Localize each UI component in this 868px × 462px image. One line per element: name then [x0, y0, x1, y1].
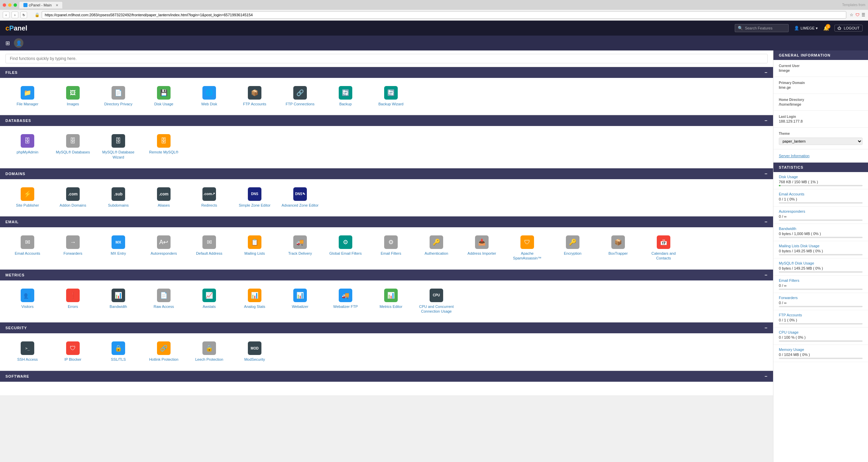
- close-dot[interactable]: [3, 3, 6, 7]
- main-search-input[interactable]: [5, 54, 768, 63]
- app-simple-zone[interactable]: DNS Simple Zone Editor: [233, 185, 277, 210]
- refresh-button[interactable]: ↻: [20, 12, 27, 18]
- minimize-dot[interactable]: [8, 3, 12, 7]
- tab-close[interactable]: ✕: [56, 3, 58, 7]
- app-backup[interactable]: 🔄 Backup: [323, 83, 368, 109]
- app-disk-usage[interactable]: 💾 Disk Usage: [142, 83, 186, 109]
- app-mailing-lists[interactable]: 📋 Mailing Lists: [233, 233, 277, 264]
- stat-label[interactable]: Mailing Lists Disk Usage: [779, 244, 863, 248]
- app-address-importer[interactable]: 📥 Address Importer: [460, 233, 504, 264]
- home-directory-label: Home Directory: [779, 98, 863, 102]
- app-mx-entry[interactable]: MX MX Entry: [96, 233, 140, 264]
- section-files-header[interactable]: FILES −: [0, 67, 773, 78]
- address-bar[interactable]: [42, 11, 846, 19]
- user-avatar[interactable]: 👤: [14, 38, 23, 48]
- section-software: SOFTWARE −: [0, 371, 773, 395]
- app-authentication[interactable]: 🔑 Authentication: [414, 233, 458, 264]
- maximize-dot[interactable]: [14, 3, 17, 7]
- stat-label[interactable]: Email Filters: [779, 278, 863, 282]
- app-redirects[interactable]: .com↗ Redirects: [187, 185, 231, 210]
- apps-icon[interactable]: ⊞: [5, 40, 10, 46]
- stat-label[interactable]: Autoresponders: [779, 209, 863, 213]
- app-leech-protection[interactable]: 🔒 Leech Protection: [187, 339, 231, 364]
- app-images[interactable]: 🖼 Images: [51, 83, 95, 109]
- stat-label[interactable]: CPU Usage: [779, 330, 863, 334]
- app-encryption[interactable]: 🔑 Encryption: [551, 233, 595, 264]
- app-site-publisher[interactable]: ⚡ Site Publisher: [5, 185, 50, 210]
- cpanel-logo[interactable]: cPanel: [5, 24, 27, 32]
- app-subdomains[interactable]: .sub Subdomains: [96, 185, 140, 210]
- section-security-header[interactable]: SECURITY −: [0, 322, 773, 333]
- theme-select[interactable]: paper_lantern: [779, 138, 863, 145]
- notif-badge: 1: [826, 24, 830, 29]
- star-icon[interactable]: ☆: [850, 13, 853, 17]
- stat-label[interactable]: FTP Accounts: [779, 313, 863, 317]
- app-forwarders[interactable]: → Forwarders: [51, 233, 95, 264]
- app-ftp-accounts[interactable]: 📦 FTP Accounts: [233, 83, 277, 109]
- header-user[interactable]: 👤 LIMEGE ▾: [794, 26, 818, 30]
- app-visitors[interactable]: 👥 Visitors: [5, 286, 50, 317]
- app-modsecurity[interactable]: MOD ModSecurity: [233, 339, 277, 364]
- redirects-label: Redirects: [201, 203, 217, 208]
- section-software-header[interactable]: SOFTWARE −: [0, 371, 773, 382]
- stat-label[interactable]: Disk Usage: [779, 175, 863, 179]
- section-domains-header[interactable]: DOMAINS −: [0, 168, 773, 179]
- app-directory-privacy[interactable]: 📄 Directory Privacy: [96, 83, 140, 109]
- app-boxtrapper[interactable]: 📦 BoxTrapper: [596, 233, 640, 264]
- logout-button[interactable]: ⏻ LOGOUT: [834, 25, 863, 31]
- stat-label[interactable]: Memory Usage: [779, 348, 863, 352]
- header-notification[interactable]: 🔔 1: [823, 25, 829, 31]
- app-bandwidth[interactable]: 📊 Bandwidth: [96, 286, 140, 317]
- mailing-lists-label: Mailing Lists: [244, 251, 265, 256]
- section-metrics-header[interactable]: METRICS −: [0, 270, 773, 280]
- app-addon-domains[interactable]: .com Addon Domains: [51, 185, 95, 210]
- app-awstats[interactable]: 📈 Awstats: [187, 286, 231, 317]
- app-email-filters[interactable]: ⚙ Email Filters: [369, 233, 413, 264]
- stat-label[interactable]: MySQL® Disk Usage: [779, 261, 863, 265]
- app-raw-access[interactable]: 📄 Raw Access: [142, 286, 186, 317]
- app-track-delivery[interactable]: 🚚 Track Delivery: [278, 233, 322, 264]
- app-analog-stats[interactable]: 📊 Analog Stats: [233, 286, 277, 317]
- app-cpu-usage[interactable]: CPU CPU and Concurrent Connection Usage: [414, 286, 458, 317]
- section-databases-header[interactable]: DATABASES −: [0, 115, 773, 126]
- app-mysql-wizard[interactable]: 🗄 MySQL® Database Wizard: [96, 131, 140, 162]
- app-autoresponders[interactable]: A↩ Autoresponders: [142, 233, 186, 264]
- header-search[interactable]: 🔍: [735, 24, 789, 32]
- app-metrics-editor[interactable]: 📊 Metrics Editor: [369, 286, 413, 317]
- app-default-address[interactable]: ✉ Default Address: [187, 233, 231, 264]
- app-hotlink-protection[interactable]: 🔗 Hotlink Protection: [142, 339, 186, 364]
- app-errors[interactable]: ❗ Errors: [51, 286, 95, 317]
- section-files-label: FILES: [5, 70, 18, 75]
- browser-tab[interactable]: cPanel - Main ✕: [19, 1, 63, 8]
- app-mysql-databases[interactable]: 🗄 MySQL® Databases: [51, 131, 95, 162]
- app-webalizer-ftp[interactable]: 🚚 Webalizer FTP: [323, 286, 368, 317]
- app-file-manager[interactable]: 📁 File Manager: [5, 83, 50, 109]
- app-aliases[interactable]: .com Aliases: [142, 185, 186, 210]
- stat-label[interactable]: Email Accounts: [779, 192, 863, 196]
- app-calendars[interactable]: 📅 Calendars and Contacts: [642, 233, 686, 264]
- app-remote-mysql[interactable]: 🗄 Remote MySQL®: [142, 131, 186, 162]
- primary-domain-section: Primary Domain lime.ge: [773, 77, 868, 94]
- app-advanced-zone[interactable]: DNS✎ Advanced Zone Editor: [278, 185, 322, 210]
- back-button[interactable]: ‹: [3, 12, 9, 18]
- app-webalizer[interactable]: 📊 Webalizer: [278, 286, 322, 317]
- app-web-disk[interactable]: 🌐 Web Disk: [187, 83, 231, 109]
- app-global-email-filters[interactable]: ⚙ Global Email Filters: [323, 233, 368, 264]
- app-backup-wizard[interactable]: 🔄 Backup Wizard: [369, 83, 413, 109]
- stat-label[interactable]: Bandwidth: [779, 227, 863, 231]
- section-email-header[interactable]: EMAIL −: [0, 216, 773, 227]
- app-ssl-tls[interactable]: 🔒 SSL/TLS: [96, 339, 140, 364]
- server-info-link[interactable]: Server Information: [779, 154, 809, 158]
- app-email-accounts[interactable]: ✉ Email Accounts: [5, 233, 50, 264]
- menu-icon[interactable]: ☰: [862, 13, 865, 17]
- app-ssh-access[interactable]: >_ SSH Access: [5, 339, 50, 364]
- app-spamassassin[interactable]: 🛡 Apache SpamAssassin™: [505, 233, 549, 264]
- stat-label[interactable]: Forwarders: [779, 296, 863, 300]
- search-input[interactable]: [745, 26, 786, 30]
- app-ip-blocker[interactable]: 🛡 IP Blocker: [51, 339, 95, 364]
- addon-domains-label: Addon Domains: [60, 203, 86, 208]
- forward-button[interactable]: ›: [12, 12, 18, 18]
- app-ftp-connections[interactable]: 🔗 FTP Connections: [278, 83, 322, 109]
- app-phpmyadmin[interactable]: 🗄 phpMyAdmin: [5, 131, 50, 162]
- stat-bar: [779, 340, 863, 342]
